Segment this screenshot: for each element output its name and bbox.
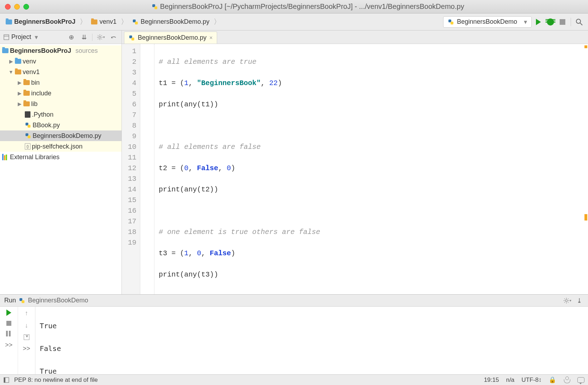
zoom-window-button[interactable]	[23, 4, 29, 10]
tool-window-icon[interactable]	[4, 377, 9, 383]
code-text: False	[210, 249, 231, 257]
window-title: BeginnersBookProJ [~/PycharmProjects/Beg…	[33, 2, 583, 11]
code-text: False	[197, 164, 218, 172]
collapse-all-button[interactable]: ⇊	[79, 33, 89, 42]
code-text: ,	[218, 164, 227, 172]
stop-button[interactable]	[557, 17, 568, 27]
line-number: 13	[122, 174, 136, 184]
bug-icon	[547, 18, 554, 26]
run-output[interactable]: True False True True False Process finis…	[35, 307, 588, 374]
collapse-arrow-icon: ▼	[9, 69, 13, 75]
python-file-icon	[132, 19, 138, 25]
code-text: ,	[261, 79, 269, 87]
settings-button[interactable]: ▾	[96, 33, 105, 42]
rerun-button[interactable]	[6, 309, 11, 316]
close-window-button[interactable]	[5, 4, 11, 10]
tree-item-demo[interactable]: BeginnersBookDemo.py	[0, 130, 121, 141]
window-controls	[5, 4, 29, 10]
feedback-icon[interactable]	[577, 377, 584, 383]
up-button[interactable]: ↑	[25, 309, 28, 317]
run-side-toolbar: >> ↑ ↓ >>	[0, 307, 35, 374]
tree-item-pip[interactable]: {} pip-selfcheck.json	[0, 141, 121, 152]
editor-tab[interactable]: BeginnersBookDemo.py ×	[124, 32, 217, 44]
hide-button[interactable]: ⤺	[109, 33, 118, 42]
python-file-icon	[25, 133, 31, 139]
code-text: )	[231, 164, 235, 172]
down-button[interactable]: ↓	[25, 322, 28, 329]
more-button[interactable]: >>	[5, 341, 12, 349]
file-encoding[interactable]: UTF-8↕	[521, 376, 542, 384]
hide-button[interactable]: ⤓	[575, 296, 584, 305]
tree-label: include	[31, 90, 51, 97]
line-number: 19	[122, 238, 136, 248]
tree-root-tag: sources	[75, 47, 98, 55]
svg-line-1	[580, 23, 582, 25]
pause-button[interactable]	[6, 331, 12, 336]
code-text: ,	[188, 164, 197, 172]
tree-item-venv1[interactable]: ▼ venv1	[0, 67, 121, 77]
error-stripe[interactable]	[584, 44, 588, 294]
folder-icon	[15, 69, 21, 74]
debug-button[interactable]	[545, 17, 556, 27]
line-separator[interactable]: n/a	[506, 376, 515, 384]
tree-label: bin	[31, 79, 40, 87]
chevron-right-icon: 〉	[79, 17, 87, 27]
line-number: 10	[122, 142, 136, 152]
stop-button[interactable]	[6, 321, 11, 326]
line-number: 16	[122, 206, 136, 216]
tree-label: venv	[23, 58, 36, 65]
search-everywhere-button[interactable]	[574, 17, 584, 27]
line-number: 5	[122, 89, 136, 99]
cursor-position[interactable]: 19:15	[484, 376, 499, 384]
minimize-window-button[interactable]	[14, 4, 20, 10]
tree-item-bin[interactable]: ▶ bin	[0, 77, 121, 88]
search-icon	[575, 18, 583, 26]
editor-body[interactable]: 1 2 3 4 5 6 7 8 9 10 11 12 13 14 15 16 1…	[122, 44, 588, 294]
chevron-right-icon: 〉	[120, 17, 129, 27]
tree-item-bbook[interactable]: BBook.py	[0, 120, 121, 130]
tree-item-include[interactable]: ▶ include	[0, 88, 121, 99]
warning-marker[interactable]	[584, 214, 587, 221]
project-view-selector[interactable]: Project ▾	[4, 33, 63, 41]
tree-root[interactable]: BeginnersBookProJ sources	[0, 45, 121, 56]
inspector-icon[interactable]	[563, 376, 570, 384]
svg-point-5	[565, 300, 567, 302]
breadcrumb-file[interactable]: BeginnersBookDemo.py	[130, 17, 211, 26]
tree-item-external-libraries[interactable]: External Libraries	[0, 152, 121, 162]
code-text: 22	[269, 79, 278, 87]
run-configuration-dropdown[interactable]: BeginnersBookDemo ▾	[443, 16, 532, 28]
breadcrumb-project[interactable]: BeginnersBookProJ	[4, 17, 78, 26]
code-text: print(any(t1))	[159, 100, 218, 108]
tree-item-lib[interactable]: ▶ lib	[0, 99, 121, 109]
project-tool-window: Project ▾ ⊕ ⇊ ▾ ⤺ BeginnersBookProJ sour…	[0, 30, 122, 294]
editor-tab-bar: BeginnersBookDemo.py ×	[122, 30, 588, 44]
code-text: ,	[201, 249, 210, 257]
folder-icon	[23, 80, 30, 85]
navigation-bar: BeginnersBookProJ 〉 venv1 〉 BeginnersBoo…	[0, 13, 588, 30]
toggle-soft-wrap-button[interactable]	[24, 334, 29, 340]
code-area[interactable]: # all elements are true t1 = (1, "Beginn…	[154, 44, 588, 294]
code-text: ,	[188, 79, 197, 87]
play-icon	[6, 309, 11, 316]
project-tree[interactable]: BeginnersBookProJ sources ▶ venv ▼ venv1…	[0, 44, 121, 294]
breadcrumb-folder[interactable]: venv1	[89, 17, 119, 26]
more-button[interactable]: >>	[23, 345, 30, 352]
code-text: )	[231, 249, 235, 257]
run-button[interactable]	[533, 17, 544, 27]
svg-point-4	[99, 36, 101, 38]
code-text: t1 = (	[159, 79, 184, 87]
folder-icon	[91, 19, 97, 24]
library-icon	[2, 154, 9, 160]
warning-marker[interactable]	[584, 45, 587, 48]
svg-rect-2	[4, 35, 9, 40]
scroll-from-source-button[interactable]: ⊕	[67, 33, 76, 42]
output-line: False	[40, 343, 584, 354]
gear-icon	[97, 34, 103, 40]
read-only-toggle[interactable]: 🔒	[549, 376, 556, 384]
tree-item-venv[interactable]: ▶ venv	[0, 56, 121, 67]
run-tool-header: Run BeginnersBookDemo ▾ ⤓	[0, 295, 588, 307]
settings-button[interactable]: ▾	[562, 296, 572, 305]
tree-item-python[interactable]: .Python	[0, 109, 121, 120]
output-line: True	[40, 366, 584, 374]
close-tab-button[interactable]: ×	[209, 35, 213, 41]
